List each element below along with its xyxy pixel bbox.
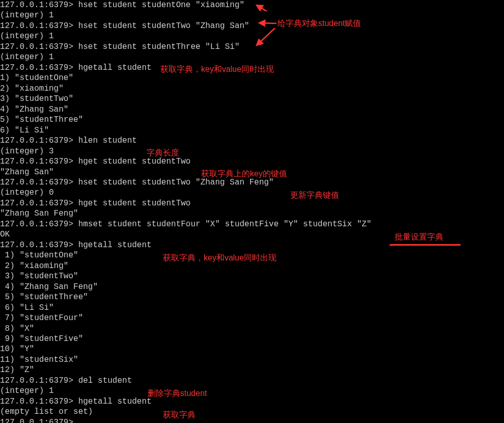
annotation-get-plain: 获取字典: [163, 410, 195, 420]
prompt: 127.0.0.1:6379>: [0, 376, 78, 385]
command-text: hlen student: [78, 136, 137, 145]
output-line: 10) "Y": [0, 344, 504, 354]
output-line: 11) "studentSix": [0, 355, 504, 365]
prompt: 127.0.0.1:6379>: [0, 21, 78, 31]
annotation-batch-underline: [389, 244, 461, 246]
annotation-get-key: 获取字典上的key的键值: [201, 169, 287, 179]
annotation-length: 字典长度: [147, 148, 179, 158]
command-text: hget student studentTwo: [78, 199, 191, 208]
output-line: 5) "studentThree": [0, 115, 504, 125]
command-line: 127.0.0.1:6379> hget student studentTwo: [0, 156, 504, 167]
output-line: 4) "Zhang San": [0, 104, 504, 115]
annotation-assign: 给字典对象student赋值: [277, 18, 361, 29]
prompt: 127.0.0.1:6379>: [0, 63, 78, 72]
annotation-update: 更新字典键值: [290, 190, 339, 200]
prompt: 127.0.0.1:6379>: [0, 178, 78, 187]
output-line: (integer) 3: [0, 146, 504, 156]
output-line: (integer) 0: [0, 188, 504, 198]
command-line: 127.0.0.1:6379> hlen student: [0, 136, 504, 146]
output-line: 6) "Li Si": [0, 125, 504, 136]
prompt: 127.0.0.1:6379>: [0, 199, 78, 208]
command-text: hset student studentTwo "Zhang San Feng": [78, 178, 274, 187]
annotation-get-kv-2: 获取字典，key和value同时出现: [163, 253, 276, 263]
prompt: 127.0.0.1:6379>: [0, 42, 78, 51]
command-line: 127.0.0.1:6379> hget student studentTwo: [0, 198, 504, 208]
output-line: 5) "studentThree": [0, 292, 504, 302]
output-line: 8) "X": [0, 324, 504, 334]
prompt: 127.0.0.1:6379>: [0, 157, 78, 166]
annotation-del: 删除字典student: [148, 388, 207, 399]
command-line: 127.0.0.1:6379> hset student studentOne …: [0, 0, 504, 10]
prompt: 127.0.0.1:6379>: [0, 397, 78, 406]
command-text: hgetall student: [78, 63, 152, 72]
command-line: 127.0.0.1:6379> hgetall student: [0, 396, 504, 407]
output-line: (integer) 1: [0, 386, 504, 396]
prompt: 127.0.0.1:6379>: [0, 136, 78, 145]
command-text: hgetall student: [78, 397, 152, 406]
command-text: hset student studentThree "Li Si": [78, 42, 240, 51]
command-line: 127.0.0.1:6379> hset student studentTwo …: [0, 21, 504, 31]
output-line: 3) "studentTwo": [0, 94, 504, 104]
command-text: del student: [78, 376, 132, 385]
terminal-output[interactable]: 127.0.0.1:6379> hset student studentOne …: [0, 0, 504, 423]
output-line: (integer) 1: [0, 31, 504, 41]
output-line: "Zhang San Feng": [0, 208, 504, 219]
command-line: 127.0.0.1:6379>: [0, 417, 504, 423]
prompt: 127.0.0.1:6379>: [0, 241, 78, 250]
annotation-batch: 批量设置字典: [395, 232, 443, 242]
output-line: (integer) 1: [0, 52, 504, 62]
output-line: 2) "xiaoming": [0, 84, 504, 94]
command-line: 127.0.0.1:6379> hmset student studentFou…: [0, 219, 504, 229]
output-line: 4) "Zhang San Feng": [0, 282, 504, 292]
command-line: 127.0.0.1:6379> hset student studentThre…: [0, 42, 504, 52]
output-line: 3) "studentTwo": [0, 271, 504, 281]
output-line: 7) "studentFour": [0, 313, 504, 323]
command-text: hset student studentTwo "Zhang San": [78, 21, 249, 31]
command-line: 127.0.0.1:6379> del student: [0, 376, 504, 386]
output-line: 9) "studentFive": [0, 334, 504, 344]
output-line: 12) "Z": [0, 365, 504, 375]
prompt: 127.0.0.1:6379>: [0, 1, 78, 10]
output-line: (integer) 1: [0, 10, 504, 20]
annotation-get-kv-1: 获取字典，key和value同时出现: [160, 64, 274, 74]
prompt: 127.0.0.1:6379>: [0, 418, 78, 423]
output-line: 6) "Li Si": [0, 303, 504, 313]
output-line: (empty list or set): [0, 407, 504, 417]
command-text: hgetall student: [78, 241, 152, 250]
command-text: hget student studentTwo: [78, 157, 191, 166]
command-text: hmset student studentFour "X" studentFiv…: [78, 220, 372, 229]
command-text: hset student studentOne "xiaoming": [78, 1, 244, 10]
prompt: 127.0.0.1:6379>: [0, 220, 78, 229]
